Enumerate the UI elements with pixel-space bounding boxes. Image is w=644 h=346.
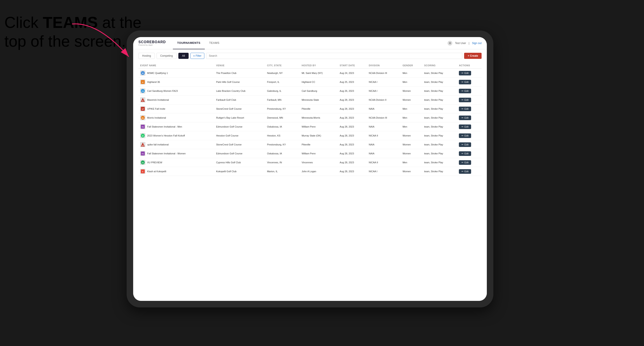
hosting-filter[interactable]: Hosting xyxy=(138,53,155,59)
table-row: UP UPIKE Fall Invite StoneCrest Golf Cou… xyxy=(138,104,482,113)
cell-event-name: FS Fall Statesmen Invitational - Men xyxy=(138,122,214,131)
cell-event-name: VU VU PREVIEW xyxy=(138,158,214,167)
table-row: Mo Morris Invitational Ruttger's Bay Lak… xyxy=(138,113,482,122)
svg-text:W: W xyxy=(142,135,144,137)
cell-division: NAIA xyxy=(367,122,401,131)
edit-label: Edit xyxy=(464,90,468,92)
tab-tournaments[interactable]: TOURNAMENTS xyxy=(173,37,205,49)
edit-label: Edit xyxy=(464,143,468,146)
all-filter[interactable]: All xyxy=(178,53,188,59)
event-name-text: Maverick Invitational xyxy=(147,99,169,101)
table-row: W 2023 Women's Hesston Fall Kickoff Hess… xyxy=(138,131,482,140)
edit-button[interactable]: ✏ Edit xyxy=(459,169,471,174)
gear-icon[interactable]: ⚙ xyxy=(448,41,452,46)
cell-division: NAIA xyxy=(367,104,401,113)
filter-label: Filter xyxy=(196,54,202,57)
tournaments-table: EVENT NAME VENUE CITY, STATE HOSTED BY S… xyxy=(138,62,482,176)
event-name-text: MSMC Qualifying 1 xyxy=(147,72,168,74)
cell-actions: ✏ Edit xyxy=(457,69,482,78)
edit-label: Edit xyxy=(464,161,468,164)
cell-actions: ✏ Edit xyxy=(457,131,482,140)
edit-button[interactable]: ✏ Edit xyxy=(459,133,471,138)
cell-gender: Women xyxy=(401,149,422,158)
filter-button[interactable]: ≡ Filter xyxy=(190,53,204,59)
svg-text:M: M xyxy=(142,100,144,102)
create-button[interactable]: + Create xyxy=(464,53,482,59)
edit-label: Edit xyxy=(464,134,468,137)
cell-gender: Women xyxy=(401,140,422,149)
edit-button[interactable]: ✏ Edit xyxy=(459,89,471,93)
edit-button[interactable]: ✏ Edit xyxy=(459,80,471,84)
nav-bar: SCOREBOARD Powered by clippit TOURNAMENT… xyxy=(133,37,487,49)
edit-icon: ✏ xyxy=(462,116,464,119)
edit-button[interactable]: ✏ Edit xyxy=(459,71,471,75)
cell-gender: Women xyxy=(401,131,422,140)
col-hosted-by: HOSTED BY xyxy=(300,62,338,69)
edit-icon: ✏ xyxy=(462,99,464,101)
edit-button[interactable]: ✏ Edit xyxy=(459,98,471,102)
cell-event-name: M Maverick Invitational xyxy=(138,96,214,104)
cell-city-state: Marion, IL xyxy=(265,167,300,176)
team-logo: Mo xyxy=(140,115,146,120)
edit-button[interactable]: ✏ Edit xyxy=(459,142,471,147)
logo-area: SCOREBOARD Powered by clippit xyxy=(138,40,166,46)
cell-venue: Cypress Hills Golf Club xyxy=(214,158,265,167)
event-name-text: Morris Invitational xyxy=(147,116,166,119)
cell-start-date: Aug 28, 2023 xyxy=(338,96,367,104)
edit-icon: ✏ xyxy=(462,108,464,110)
cell-venue: Kokopelli Golf Club xyxy=(214,167,265,176)
svg-text:CS: CS xyxy=(142,90,144,92)
nav-tabs: TOURNAMENTS TEAMS xyxy=(173,37,448,49)
cell-scoring: team, Stroke Play xyxy=(422,104,457,113)
cell-gender: Men xyxy=(401,69,422,78)
edit-button[interactable]: ✏ Edit xyxy=(459,125,471,129)
svg-text:VU: VU xyxy=(142,162,144,164)
table-row: FS Fall Statesmen Invitational - Men Edm… xyxy=(138,122,482,131)
cell-scoring: team, Stroke Play xyxy=(422,131,457,140)
cell-actions: ✏ Edit xyxy=(457,104,482,113)
cell-hosted-by: Highland CC xyxy=(300,78,338,87)
main-content: Hosting Competing All ≡ Filter + Create … xyxy=(133,49,487,301)
team-logo: FS xyxy=(140,124,146,129)
cell-scoring: team, Stroke Play xyxy=(422,149,457,158)
search-input[interactable] xyxy=(206,53,462,59)
edit-button[interactable]: ✏ Edit xyxy=(459,116,471,120)
cell-gender: Men xyxy=(401,158,422,167)
table-row: VU VU PREVIEW Cypress Hills Golf Club Vi… xyxy=(138,158,482,167)
cell-hosted-by: Vincennes xyxy=(300,158,338,167)
edit-button[interactable]: ✏ Edit xyxy=(459,107,471,111)
cell-actions: ✏ Edit xyxy=(457,96,482,104)
cell-city-state: Hesston, KS xyxy=(265,131,300,140)
sign-out-link[interactable]: Sign out xyxy=(472,42,482,45)
event-name-text: 2023 Women's Hesston Fall Kickoff xyxy=(147,134,185,137)
cell-city-state: Prestonsburg, KY xyxy=(265,104,300,113)
tab-teams[interactable]: TEAMS xyxy=(205,37,224,49)
cell-division: NAIA xyxy=(367,149,401,158)
cell-scoring: team, Stroke Play xyxy=(422,113,457,122)
edit-button[interactable]: ✏ Edit xyxy=(459,160,471,165)
edit-icon: ✏ xyxy=(462,125,464,128)
edit-button[interactable]: ✏ Edit xyxy=(459,151,471,156)
event-name-text: Fall Statesmen Invitational - Women xyxy=(147,152,186,155)
cell-scoring: team, Stroke Play xyxy=(422,122,457,131)
edit-label: Edit xyxy=(464,125,468,128)
col-event-name: EVENT NAME xyxy=(138,62,214,69)
cell-scoring: team, Stroke Play xyxy=(422,78,457,87)
edit-label: Edit xyxy=(464,108,468,110)
svg-text:K: K xyxy=(142,171,143,173)
event-name-text: Carl Sandburg Women FA23 xyxy=(147,90,178,92)
team-logo: W xyxy=(140,133,146,138)
table-row: M MSMC Qualifying 1 The Powelton Club Ne… xyxy=(138,69,482,78)
cell-start-date: Aug 28, 2023 xyxy=(338,149,367,158)
cell-city-state: Newburgh, NY xyxy=(265,69,300,78)
team-logo: UP xyxy=(140,106,146,111)
edit-icon: ✏ xyxy=(462,72,464,75)
col-actions: ACTIONS xyxy=(457,62,482,69)
user-name: Test User xyxy=(455,42,466,45)
cell-event-name: CS Carl Sandburg Women FA23 xyxy=(138,87,214,96)
cell-event-name: H Highland 36 xyxy=(138,78,214,87)
table-row: M Maverick Invitational Faribault Golf C… xyxy=(138,96,482,104)
cell-scoring: team, Stroke Play xyxy=(422,158,457,167)
competing-filter[interactable]: Competing xyxy=(156,53,176,59)
cell-actions: ✏ Edit xyxy=(457,87,482,96)
